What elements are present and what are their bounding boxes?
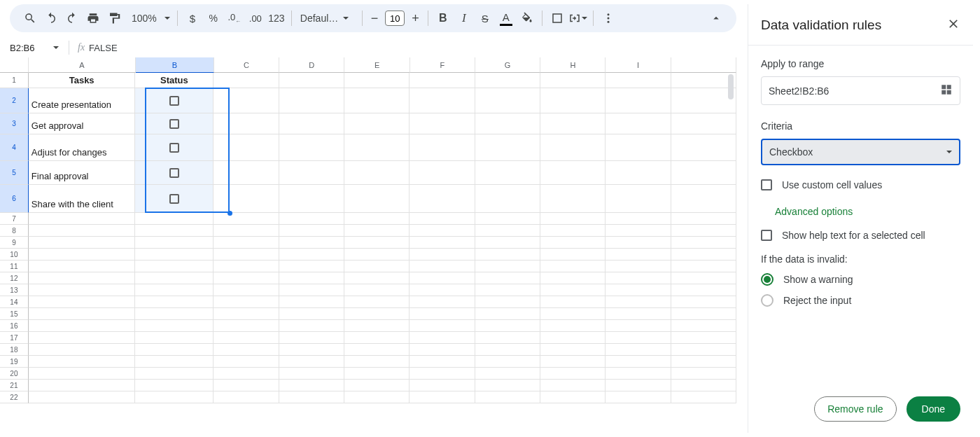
checkbox-icon[interactable] <box>169 143 179 153</box>
checkbox-icon[interactable] <box>169 168 179 178</box>
cell[interactable] <box>214 296 279 308</box>
cell[interactable] <box>29 332 136 344</box>
cell[interactable] <box>214 213 279 225</box>
cell[interactable] <box>29 380 136 391</box>
cell[interactable] <box>475 368 540 380</box>
cell[interactable] <box>606 368 671 380</box>
cell[interactable] <box>540 73 606 88</box>
row-header[interactable]: 11 <box>0 261 29 272</box>
cell[interactable] <box>606 261 671 272</box>
column-header[interactable]: C <box>214 57 279 73</box>
column-header[interactable]: B <box>136 57 214 73</box>
cell[interactable] <box>344 161 410 185</box>
row-header[interactable]: 4 <box>0 134 29 161</box>
checkbox-icon[interactable] <box>169 119 179 129</box>
cell[interactable] <box>410 320 475 332</box>
font-size-input[interactable] <box>385 11 405 26</box>
cell[interactable] <box>410 113 475 134</box>
cell[interactable] <box>410 284 475 296</box>
cell[interactable] <box>29 225 136 237</box>
row-header[interactable]: 20 <box>0 368 29 380</box>
cell[interactable] <box>344 308 410 320</box>
cell[interactable] <box>29 320 136 332</box>
row-header[interactable]: 15 <box>0 308 29 320</box>
task-cell[interactable]: Adjust for changes <box>29 134 136 161</box>
cell[interactable] <box>410 73 475 88</box>
cell[interactable] <box>214 332 279 344</box>
cell[interactable] <box>214 237 279 249</box>
row-header[interactable]: 19 <box>0 356 29 368</box>
cell[interactable] <box>279 261 344 272</box>
cell[interactable] <box>344 296 410 308</box>
row-header[interactable]: 3 <box>0 113 29 134</box>
cell[interactable] <box>135 356 214 368</box>
task-cell[interactable]: Get approval <box>29 113 136 134</box>
zoom-select[interactable]: 100% <box>125 13 173 24</box>
cell[interactable] <box>214 284 279 296</box>
cell[interactable] <box>540 88 606 113</box>
fill-color-button[interactable] <box>517 8 538 29</box>
cell[interactable] <box>410 296 475 308</box>
task-cell[interactable]: Create presentation <box>29 88 136 113</box>
row-header[interactable]: 5 <box>0 161 29 185</box>
scroll-thumb[interactable] <box>728 74 734 99</box>
close-icon[interactable] <box>946 17 960 34</box>
cell[interactable] <box>135 225 214 237</box>
cell[interactable] <box>606 391 671 403</box>
column-header[interactable] <box>671 57 736 73</box>
cell[interactable] <box>410 380 475 391</box>
cell[interactable] <box>344 356 410 368</box>
column-header[interactable]: E <box>344 57 410 73</box>
remove-rule-button[interactable]: Remove rule <box>814 396 896 422</box>
more-toolbar-icon[interactable] <box>598 8 619 29</box>
cell[interactable] <box>540 391 606 403</box>
cell[interactable] <box>135 368 214 380</box>
cell[interactable] <box>475 284 540 296</box>
cell[interactable] <box>29 391 136 403</box>
task-cell[interactable]: Final approval <box>29 161 136 185</box>
status-cell[interactable] <box>135 161 214 185</box>
criteria-select[interactable]: Checkbox <box>761 139 960 165</box>
cell[interactable] <box>540 249 606 261</box>
cell[interactable] <box>475 88 540 113</box>
row-header[interactable]: 21 <box>0 380 29 391</box>
row-header[interactable]: 13 <box>0 284 29 296</box>
cell[interactable] <box>410 88 475 113</box>
row-header[interactable]: 9 <box>0 237 29 249</box>
column-header[interactable]: D <box>279 57 344 73</box>
done-button[interactable]: Done <box>906 396 960 422</box>
cell[interactable] <box>540 272 606 284</box>
cell[interactable] <box>279 185 344 213</box>
cell[interactable] <box>214 391 279 403</box>
row-header[interactable]: 6 <box>0 185 29 213</box>
cell[interactable] <box>540 308 606 320</box>
cell[interactable] <box>135 261 214 272</box>
cell[interactable] <box>606 113 671 134</box>
cell[interactable] <box>475 249 540 261</box>
currency-icon[interactable]: $ <box>182 8 203 29</box>
cell[interactable] <box>410 272 475 284</box>
cell[interactable] <box>344 332 410 344</box>
cell[interactable] <box>344 368 410 380</box>
cell[interactable] <box>279 134 344 161</box>
cell[interactable] <box>29 344 136 356</box>
cell[interactable] <box>540 185 606 213</box>
cell[interactable] <box>344 344 410 356</box>
formula-bar-value[interactable]: FALSE <box>89 43 117 53</box>
cell[interactable] <box>279 73 344 88</box>
task-cell[interactable]: Share with the client <box>29 185 136 213</box>
name-box[interactable]: B2:B6 <box>4 43 64 53</box>
cell[interactable] <box>214 308 279 320</box>
cell[interactable] <box>606 225 671 237</box>
cell[interactable] <box>540 237 606 249</box>
row-header[interactable]: 14 <box>0 296 29 308</box>
cell[interactable] <box>540 213 606 225</box>
cell[interactable] <box>410 249 475 261</box>
cell[interactable] <box>135 344 214 356</box>
font-select[interactable]: Defaul… <box>296 13 358 24</box>
cell[interactable] <box>540 332 606 344</box>
row-header[interactable]: 10 <box>0 249 29 261</box>
search-icon[interactable] <box>20 8 41 29</box>
radio-show-warning[interactable]: Show a warning <box>761 273 960 286</box>
cell[interactable] <box>29 296 136 308</box>
